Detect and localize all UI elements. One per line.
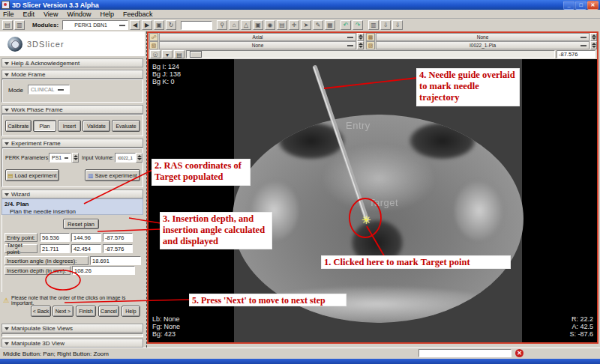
slice-menu-icon[interactable]: ▤ [174, 50, 184, 58]
target-point-label: Target point: [4, 244, 38, 253]
snapshot-icon[interactable]: ▣ [253, 20, 263, 30]
menu-window[interactable]: Window [67, 10, 91, 18]
modules-dropdown[interactable]: PERK1 DBN1 [62, 20, 128, 30]
redo-icon[interactable]: ↷ [352, 20, 363, 30]
input-volume-spinner[interactable] [136, 153, 142, 163]
save-experiment-button[interactable]: ▥ Save experiment [85, 169, 140, 181]
phase-validate-button[interactable]: Validate [82, 120, 110, 132]
optionmenu-dash [64, 157, 68, 159]
bowel-region [409, 122, 476, 160]
wizard-step-header: 2/4. Plan Plan the needle insertion [2, 198, 143, 215]
layers-icon[interactable]: ▤ [277, 20, 287, 30]
layout-icon[interactable]: ▦ [325, 20, 335, 30]
phase-insert-button[interactable]: Insert [58, 120, 81, 132]
load-scene-icon[interactable]: ▤ [2, 20, 13, 30]
entry-s-field[interactable]: -87.576 [103, 233, 133, 242]
bowel-region [278, 122, 345, 160]
section-mode-frame[interactable]: Mode Frame [2, 70, 143, 79]
minimize-button[interactable]: _ [563, 1, 574, 10]
slider-thumb[interactable] [190, 51, 202, 58]
target-a-field[interactable]: 42.454 [71, 244, 101, 253]
section-work-phase-frame[interactable]: Work Phase Frame [2, 105, 143, 114]
menu-edit[interactable]: Edit [23, 10, 35, 18]
back-button[interactable]: < Back [31, 306, 51, 317]
target-r-field[interactable]: 21.711 [40, 244, 70, 253]
crosshair-icon[interactable]: ✛ [289, 20, 299, 30]
fiducial-list-icon[interactable]: ⇩ [392, 20, 403, 30]
section-manipulate-slice-views[interactable]: Manipulate Slice Views [2, 324, 143, 333]
orientation-spinner[interactable] [357, 33, 364, 41]
menu-view[interactable]: View [44, 10, 58, 18]
optionmenu-dash [58, 89, 64, 91]
wizard-step-title: 2/4. Plan [4, 201, 28, 207]
next-button[interactable]: Next > [52, 306, 74, 317]
input-volume-label: Input Volume: [82, 155, 114, 160]
main-toolbar: ▤ ▥ Modules: PERK1 DBN1 ◀ ▶ ▣ ↻ ⚲ ⌂ △ ▣ … [0, 19, 600, 31]
open-folder-icon: ▤ [8, 172, 14, 179]
save-scene-icon[interactable]: ▥ [14, 20, 25, 30]
insertion-depth-field[interactable]: 108.26 [72, 266, 135, 275]
perk-params-spinner[interactable] [72, 153, 79, 163]
input-volume-dropdown[interactable]: I0022_1-Plan [115, 153, 136, 163]
background-spinner[interactable] [590, 41, 597, 49]
background-volume-dropdown[interactable]: I0022_1-Pla [376, 41, 590, 49]
foreground-layer-icon[interactable]: ▧ [149, 41, 158, 49]
error-icon[interactable]: ✕ [515, 349, 524, 357]
labelmap-spinner[interactable] [590, 33, 597, 41]
load-experiment-button[interactable]: ▤ Load experiment [5, 169, 59, 181]
entry-r-field[interactable]: 56.536 [40, 233, 70, 242]
mode-dropdown[interactable]: CLINICAL [28, 85, 70, 94]
slice-views-strip[interactable] [2, 333, 143, 337]
background-layer-icon[interactable]: ▨ [366, 41, 375, 49]
zoom-icon[interactable]: ⚲ [217, 20, 227, 30]
orientation-dropdown[interactable]: Axial [159, 33, 356, 41]
slice-visibility-icon[interactable]: ☉ [150, 50, 160, 58]
slice-expand-icon[interactable]: ▾ [162, 50, 172, 58]
phase-plan-button[interactable]: Plan [33, 120, 56, 132]
section-experiment-frame[interactable]: Experiment Frame [2, 139, 143, 148]
perk-params-dropdown[interactable]: PS1 [49, 153, 71, 163]
fiducial-icon[interactable]: ⇩ [380, 20, 391, 30]
reset-plan-button[interactable]: Reset plan [63, 219, 99, 229]
screen-capture-icon[interactable]: ▥ [368, 20, 379, 30]
label-layer-icon[interactable]: ▩ [366, 33, 375, 41]
slice-offset-value[interactable]: -87.576 [556, 50, 596, 58]
pen-icon[interactable]: ✎ [313, 20, 323, 30]
module-search-input[interactable] [181, 21, 212, 30]
annotation-3: 3. Insertion depth, and insertion angle … [160, 212, 272, 249]
slice-offset-slider[interactable] [186, 50, 555, 58]
maximize-button[interactable]: □ [575, 1, 586, 10]
phase-evaluate-button[interactable]: Evaluate [112, 120, 140, 132]
close-button[interactable]: ✕ [587, 1, 598, 10]
module-refresh-icon[interactable]: ↻ [166, 20, 176, 30]
section-manipulate-3d-view[interactable]: Manipulate 3D View [2, 339, 143, 348]
menu-help[interactable]: Help [100, 10, 114, 18]
target-s-field[interactable]: -87.576 [103, 244, 133, 253]
insertion-angle-field[interactable]: 18.691 [90, 256, 141, 265]
labelmap-dropdown[interactable]: None [376, 33, 590, 41]
undo-icon[interactable]: ↶ [340, 20, 351, 30]
warning-icon: ⚠ [3, 297, 9, 304]
module-forward-button[interactable]: ▶ [142, 20, 152, 30]
cancel-button[interactable]: Cancel [98, 306, 119, 317]
home-icon[interactable]: ⌂ [229, 20, 239, 30]
menu-file[interactable]: File [3, 10, 14, 18]
module-panel-icon[interactable]: ▣ [154, 20, 164, 30]
transform-icon[interactable]: ➤ [301, 20, 311, 30]
menu-feedback[interactable]: Feedback [123, 10, 153, 18]
target-marker-icon: ✳ [362, 214, 371, 225]
link-icon[interactable]: ☍ [149, 33, 158, 41]
section-help-acknowledgement[interactable]: Help & Acknowledgement [2, 58, 143, 67]
finish-button[interactable]: Finish [76, 306, 96, 317]
foreground-spinner[interactable] [357, 41, 364, 49]
section-wizard[interactable]: Wizard [2, 189, 143, 198]
foreground-volume-dropdown[interactable]: None [159, 41, 356, 49]
module-back-button[interactable]: ◀ [130, 20, 140, 30]
phase-calibrate-button[interactable]: Calibrate [5, 120, 32, 132]
slice-controller-right-row1: ▩ None [366, 33, 597, 41]
axes-icon[interactable]: △ [241, 20, 251, 30]
help-button[interactable]: Help [122, 306, 140, 317]
logo-text: 3DSlicer [27, 40, 64, 49]
entry-a-field[interactable]: 144.96 [71, 233, 101, 242]
globe-icon[interactable]: ◉ [265, 20, 275, 30]
